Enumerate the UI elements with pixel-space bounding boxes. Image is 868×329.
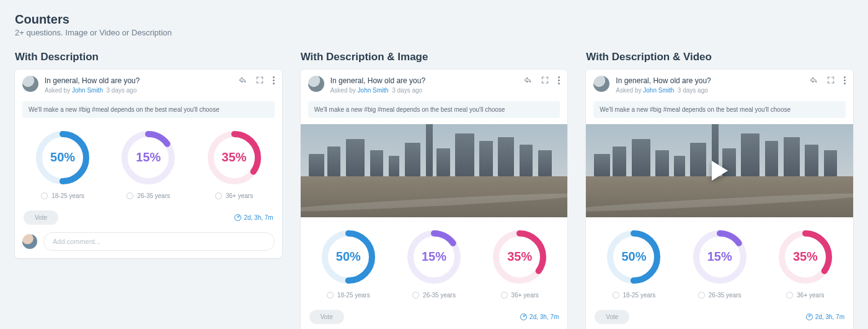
option-row[interactable]: 18-25 years [327,292,370,299]
radio-icon[interactable] [412,292,419,299]
option-label: 18-25 years [337,292,370,299]
poll-option[interactable]: 15%26-35 years [391,230,477,299]
option-row[interactable]: 26-35 years [698,292,742,299]
asked-prefix: Asked by [330,87,356,94]
share-icon[interactable] [809,76,818,84]
asked-prefix: Asked by [616,87,641,94]
page-title: Counters [15,12,853,27]
option-label: 36+ years [512,292,539,299]
percent-label: 15% [693,230,747,284]
donut-chart: 50% [606,230,661,284]
option-row[interactable]: 36+ years [786,292,824,299]
poll-counters: 50%18-25 years15%26-35 years35%36+ years [301,217,568,302]
radio-icon[interactable] [698,292,705,299]
asked-time: 3 days ago [678,87,708,94]
time-left: 2d, 3h, 7m [234,214,273,221]
poll-description: We'll make a new #big #meal depends on t… [308,101,560,118]
option-label: 36+ years [797,292,824,299]
author-avatar[interactable] [308,76,324,92]
poll-description: We'll make a new #big #meal depends on t… [22,101,275,118]
play-icon[interactable] [712,161,728,181]
expand-icon[interactable] [541,76,549,84]
donut-chart: 35% [492,230,547,284]
option-label: 36+ years [226,192,253,199]
poll-card: In general, How old are you? Asked by Jo… [586,70,853,329]
expand-icon[interactable] [826,76,835,84]
radio-icon[interactable] [786,292,793,299]
poll-option[interactable]: 35%36+ years [763,230,848,299]
poll-video[interactable] [586,124,853,217]
clock-icon [520,313,527,320]
more-icon[interactable] [273,76,275,84]
option-row[interactable]: 26-35 years [412,292,456,299]
percent-label: 35% [778,230,833,284]
author-avatar[interactable] [22,76,38,92]
poll-option[interactable]: 15%26-35 years [677,230,763,299]
more-icon[interactable] [558,76,560,84]
option-row[interactable]: 18-25 years [613,292,656,299]
author-link[interactable]: John Smith [358,87,389,94]
radio-icon[interactable] [41,192,48,199]
poll-option[interactable]: 35%36+ years [191,130,277,199]
poll-image[interactable] [301,124,568,217]
vote-button[interactable]: Vote [24,210,58,225]
comment-input[interactable] [43,232,275,251]
radio-icon[interactable] [327,292,334,299]
percent-label: 15% [121,130,175,185]
radio-icon[interactable] [126,192,133,199]
percent-label: 35% [492,230,547,284]
vote-button[interactable]: Vote [309,310,344,324]
page-subtitle: 2+ questions. Image or Video or Descript… [15,28,853,37]
option-label: 18-25 years [51,192,84,199]
poll-option[interactable]: 50%18-25 years [20,130,105,199]
radio-icon[interactable] [613,292,619,299]
clock-icon [806,313,813,320]
option-row[interactable]: 26-35 years [126,192,170,199]
section-title: With Description [15,51,282,63]
option-label: 18-25 years [623,292,656,299]
option-row[interactable]: 36+ years [501,292,539,299]
time-left-text: 2d, 3h, 7m [815,313,844,320]
donut-chart: 50% [35,130,90,185]
share-icon[interactable] [238,76,247,84]
radio-icon[interactable] [215,192,222,199]
time-left: 2d, 3h, 7m [806,313,844,320]
poll-question: In general, How old are you? [616,76,803,86]
poll-counters: 50%18-25 years15%26-35 years35%36+ years [15,118,282,203]
poll-asked-line: Asked by John Smith 3 days ago [45,87,232,94]
expand-icon[interactable] [255,76,264,84]
donut-chart: 50% [321,230,376,284]
time-left-text: 2d, 3h, 7m [529,313,559,320]
option-label: 26-35 years [137,192,170,199]
poll-option[interactable]: 50%18-25 years [591,230,676,299]
percent-label: 15% [407,230,461,284]
author-avatar[interactable] [593,76,609,92]
donut-chart: 15% [407,230,461,284]
poll-card: In general, How old are you? Asked by Jo… [301,70,568,329]
poll-option[interactable]: 50%18-25 years [306,230,391,299]
option-label: 26-35 years [423,292,456,299]
poll-question: In general, How old are you? [330,76,518,86]
percent-label: 35% [207,130,262,185]
author-link[interactable]: John Smith [643,87,674,94]
poll-option[interactable]: 35%36+ years [477,230,562,299]
commenter-avatar[interactable] [22,234,37,249]
author-link[interactable]: John Smith [72,87,103,94]
vote-button[interactable]: Vote [595,310,629,324]
poll-description: We'll make a new #big #meal depends on t… [593,101,846,118]
percent-label: 50% [321,230,376,284]
poll-question: In general, How old are you? [45,76,232,86]
option-label: 26-35 years [709,292,742,299]
radio-icon[interactable] [501,292,508,299]
more-icon[interactable] [844,76,846,84]
poll-asked-line: Asked by John Smith 3 days ago [616,87,803,94]
share-icon[interactable] [523,76,532,84]
poll-asked-line: Asked by John Smith 3 days ago [330,87,518,94]
poll-option[interactable]: 15%26-35 years [105,130,191,199]
time-left: 2d, 3h, 7m [520,313,559,320]
time-left-text: 2d, 3h, 7m [244,214,273,221]
option-row[interactable]: 36+ years [215,192,253,199]
poll-card: In general, How old are you? Asked by Jo… [15,70,282,258]
clock-icon [234,214,241,221]
option-row[interactable]: 18-25 years [41,192,84,199]
